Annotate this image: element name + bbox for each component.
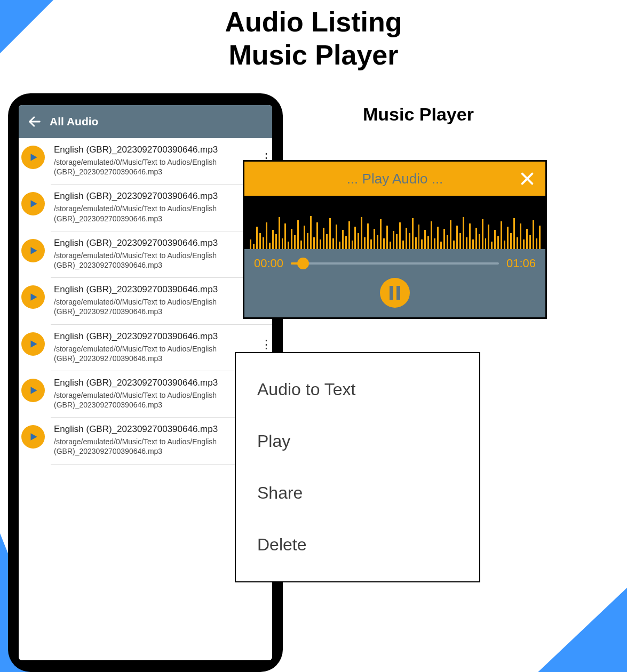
music-player-card: ... Play Audio ... 00:00 01:06 [243,160,547,319]
wave-bar [342,230,344,249]
wave-bar [380,219,382,249]
wave-bar [406,228,407,249]
pause-button[interactable] [380,278,410,308]
wave-bar [463,217,464,249]
audio-title: English (GBR)_2023092700390646.mp3 [54,331,267,342]
menu-item-share[interactable]: Share [236,467,479,519]
wave-bar [529,235,531,249]
wave-bar [263,237,264,249]
wave-bar [491,242,493,249]
wave-bar [323,228,324,249]
audio-path: /storage/emulated/0/Music/Text to Audios… [54,297,267,316]
play-icon[interactable] [21,192,45,215]
svg-marker-6 [31,387,37,394]
time-bar: 00:00 01:06 [254,257,536,270]
wave-bar [504,241,505,249]
close-icon [519,170,536,187]
wave-bar [513,218,515,249]
list-item[interactable]: English (GBR)_2023092700390646.mp3/stora… [51,138,272,185]
wave-bar [253,244,255,249]
list-item[interactable]: English (GBR)_2023092700390646.mp3/stora… [51,278,272,324]
wave-bar [459,233,461,249]
player-controls: 00:00 01:06 [244,249,545,317]
list-item-text: English (GBR)_2023092700390646.mp3/stora… [54,145,267,177]
wave-bar [320,239,321,249]
wave-bar [475,228,477,249]
svg-marker-7 [31,434,37,441]
wave-bar [450,220,451,249]
wave-bar [536,238,537,249]
wave-bar [358,233,359,249]
wave-bar [539,226,541,249]
wave-bar [409,233,410,249]
wave-bar [434,238,435,249]
wave-bar [297,220,299,249]
seek-thumb[interactable] [297,258,309,269]
wave-bar [352,241,353,249]
waveform [244,196,545,249]
wave-bar [259,233,261,249]
wave-bar [364,237,366,249]
wave-bar [418,225,420,249]
wave-bar [275,234,277,249]
wave-bar [307,233,308,249]
wave-bar [526,229,528,249]
wave-bar [288,242,289,249]
wave-bar [440,242,442,249]
svg-marker-3 [31,247,37,254]
seek-track[interactable] [291,262,499,265]
back-button[interactable] [24,111,45,132]
elapsed-time: 00:00 [254,257,283,270]
play-icon[interactable] [21,146,45,169]
duration-time: 01:06 [506,257,536,270]
arrow-left-icon [27,114,42,129]
wave-bar [383,238,385,249]
wave-bar [466,237,467,249]
list-item-text: English (GBR)_2023092700390646.mp3/stora… [54,191,267,223]
wave-bar [361,217,362,249]
wave-bar [313,237,315,249]
play-icon[interactable] [21,285,45,309]
wave-bar [396,234,398,249]
wave-bar [336,225,337,249]
wave-bar [421,239,423,249]
list-item[interactable]: English (GBR)_2023092700390646.mp3/stora… [51,231,272,278]
wave-bar [443,229,445,249]
wave-bar [507,227,509,249]
context-menu: Audio to TextPlayShareDelete [235,352,480,582]
wave-bar [266,222,267,249]
play-icon[interactable] [21,379,45,402]
menu-item-play[interactable]: Play [236,415,479,467]
menu-item-audio-to-text[interactable]: Audio to Text [236,364,479,415]
wave-bar [269,243,271,249]
wave-bar [294,235,296,249]
wave-bar [326,234,328,249]
more-button[interactable]: ⋮ [257,337,272,353]
close-button[interactable] [515,167,539,190]
play-icon[interactable] [21,239,45,262]
svg-marker-2 [31,201,37,208]
wave-bar [279,217,280,249]
bg-shape-bottomright [504,512,627,672]
wave-bar [329,218,331,249]
menu-item-delete[interactable]: Delete [236,519,479,571]
wave-bar [300,241,302,249]
svg-marker-1 [31,154,37,161]
audio-path: /storage/emulated/0/Music/Text to Audios… [54,157,267,177]
wave-bar [386,226,388,249]
wave-bar [348,221,350,249]
list-item-text: English (GBR)_2023092700390646.mp3/stora… [54,238,267,270]
play-icon[interactable] [21,332,45,356]
wave-bar [488,225,489,249]
wave-bar [316,222,318,249]
wave-bar [510,233,512,249]
wave-bar [437,227,439,249]
audio-title: English (GBR)_2023092700390646.mp3 [54,238,267,249]
wave-bar [402,241,404,249]
wave-bar [472,239,474,249]
play-icon[interactable] [21,425,45,449]
wave-bar [390,242,391,249]
wave-bar [304,226,305,249]
list-item[interactable]: English (GBR)_2023092700390646.mp3/stora… [51,185,272,231]
app-bar: All Audio [19,105,272,138]
